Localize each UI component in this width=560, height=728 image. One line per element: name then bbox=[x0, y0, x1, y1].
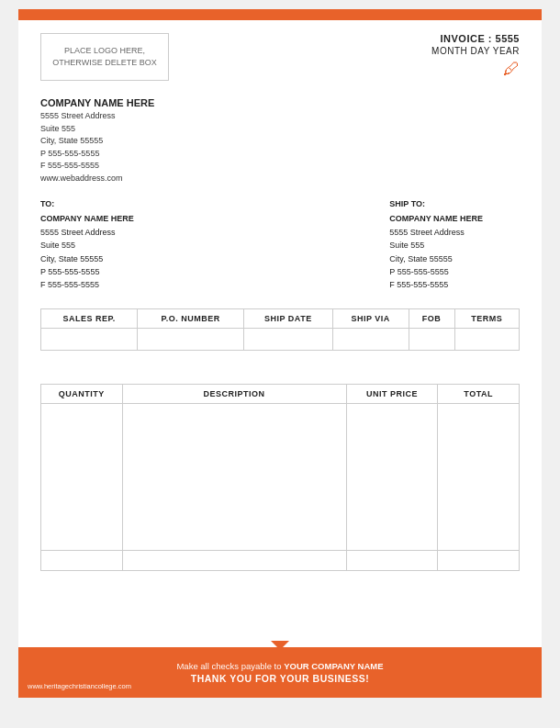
item-price-1 bbox=[346, 403, 438, 550]
bill-to-phone2: F 555-555-5555 bbox=[40, 278, 134, 291]
footer-checks-text: Make all checks payable to YOUR COMPANY … bbox=[176, 661, 383, 671]
footer-thank-you: THANK YOU FOR YOUR BUSINESS! bbox=[191, 673, 369, 684]
ship-to-city: City, State 55555 bbox=[389, 252, 483, 265]
footer-website: www.heritagechristiancollege.com bbox=[28, 682, 131, 690]
billing-section: TO: COMPANY NAME HERE 5555 Street Addres… bbox=[18, 185, 542, 292]
logo-placeholder-text: PLACE LOGO HERE, OTHERWISE DELETE BOX bbox=[52, 45, 156, 70]
ship-to-address1: 5555 Street Address bbox=[389, 226, 483, 239]
total-label-cell bbox=[41, 550, 123, 570]
invoice-date: MONTH DAY YEAR bbox=[431, 46, 520, 56]
item-total-1 bbox=[438, 403, 520, 550]
invoice-info: INVOICE : 5555 MONTH DAY YEAR 🖊 bbox=[431, 33, 520, 81]
info-table-data-row bbox=[41, 328, 520, 350]
col-po-number: P.O. NUMBER bbox=[138, 308, 244, 328]
items-table-section: QUANTITY DESCRIPTION UNIT PRICE TOTAL bbox=[18, 367, 542, 571]
cell-ship-via bbox=[332, 328, 409, 350]
top-bar bbox=[18, 9, 542, 20]
ship-to-block: SHIP TO: COMPANY NAME HERE 5555 Street A… bbox=[389, 197, 483, 292]
bill-to-address1: 5555 Street Address bbox=[40, 226, 134, 239]
ship-to-phone1: P 555-555-5555 bbox=[389, 265, 483, 278]
footer-bar: Make all checks payable to YOUR COMPANY … bbox=[18, 647, 542, 698]
bill-to-phone1: P 555-555-5555 bbox=[40, 265, 134, 278]
company-address1: 5555 Street Address bbox=[40, 110, 520, 123]
item-qty-1 bbox=[41, 403, 123, 550]
bill-to-company: COMPANY NAME HERE bbox=[40, 212, 134, 225]
company-city: City, State 55555 bbox=[40, 135, 520, 148]
company-details: 5555 Street Address Suite 555 City, Stat… bbox=[40, 110, 520, 185]
footer-checks-label: Make all checks payable to bbox=[176, 661, 281, 671]
bill-to-label: TO: bbox=[40, 197, 134, 210]
items-empty-row bbox=[41, 403, 520, 550]
col-ship-date: SHIP DATE bbox=[243, 308, 332, 328]
col-ship-via: SHIP VIA bbox=[332, 308, 409, 328]
company-web: www.webaddress.com bbox=[40, 173, 520, 185]
col-unit-price: UNIT PRICE bbox=[346, 384, 438, 403]
items-total-row bbox=[41, 550, 520, 570]
cell-fob bbox=[409, 328, 454, 350]
ship-to-phone2: F 555-555-5555 bbox=[389, 278, 483, 291]
ship-to-address2: Suite 555 bbox=[389, 239, 483, 252]
company-name: COMPANY NAME HERE bbox=[40, 97, 520, 108]
items-table: QUANTITY DESCRIPTION UNIT PRICE TOTAL bbox=[40, 384, 520, 571]
company-phone1: P 555-555-5555 bbox=[40, 148, 520, 161]
footer-company-name: YOUR COMPANY NAME bbox=[284, 661, 383, 671]
total-blank-cell bbox=[122, 550, 346, 570]
invoice-number: INVOICE : 5555 bbox=[431, 33, 520, 44]
cell-ship-date bbox=[243, 328, 332, 350]
col-description: DESCRIPTION bbox=[122, 384, 346, 403]
signature-icon: 🖊 bbox=[431, 60, 520, 79]
info-table-header-row: SALES REP. P.O. NUMBER SHIP DATE SHIP VI… bbox=[41, 308, 520, 328]
col-total: TOTAL bbox=[438, 384, 520, 403]
cell-sales-rep bbox=[41, 328, 138, 350]
info-table: SALES REP. P.O. NUMBER SHIP DATE SHIP VI… bbox=[40, 308, 520, 351]
bill-to-city: City, State 55555 bbox=[40, 252, 134, 265]
col-sales-rep: SALES REP. bbox=[41, 308, 138, 328]
logo-box: PLACE LOGO HERE, OTHERWISE DELETE BOX bbox=[40, 33, 169, 81]
ship-to-label: SHIP TO: bbox=[389, 197, 483, 210]
ship-to-company: COMPANY NAME HERE bbox=[389, 212, 483, 225]
total-amount-cell bbox=[438, 550, 520, 570]
cell-po-number bbox=[138, 328, 244, 350]
company-phone2: F 555-555-5555 bbox=[40, 160, 520, 173]
info-table-section: SALES REP. P.O. NUMBER SHIP DATE SHIP VI… bbox=[18, 292, 542, 351]
total-price-cell bbox=[346, 550, 438, 570]
company-section: COMPANY NAME HERE 5555 Street Address Su… bbox=[18, 81, 542, 185]
company-address2: Suite 555 bbox=[40, 123, 520, 136]
items-table-header-row: QUANTITY DESCRIPTION UNIT PRICE TOTAL bbox=[41, 384, 520, 403]
col-fob: FOB bbox=[409, 308, 454, 328]
cell-terms bbox=[454, 328, 519, 350]
col-terms: TERMS bbox=[454, 308, 519, 328]
bill-to-block: TO: COMPANY NAME HERE 5555 Street Addres… bbox=[40, 197, 134, 292]
header-section: PLACE LOGO HERE, OTHERWISE DELETE BOX IN… bbox=[18, 20, 542, 81]
col-quantity: QUANTITY bbox=[41, 384, 123, 403]
bill-to-address2: Suite 555 bbox=[40, 239, 134, 252]
item-desc-1 bbox=[122, 403, 346, 550]
